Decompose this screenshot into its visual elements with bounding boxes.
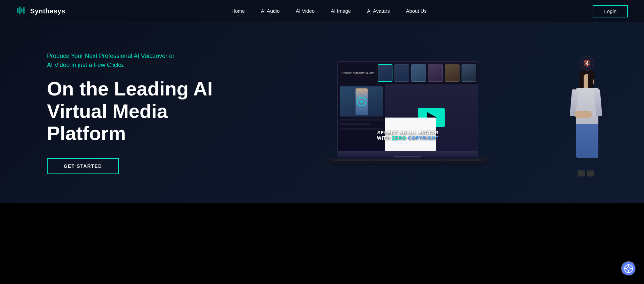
svg-rect-2 bbox=[21, 8, 22, 12]
svg-rect-3 bbox=[23, 7, 24, 14]
nav-link-ai-video[interactable]: AI Video bbox=[296, 8, 315, 14]
avatar-thumb-2 bbox=[394, 64, 409, 82]
logo-link[interactable]: Synthesys bbox=[16, 5, 65, 17]
screen-main-area bbox=[338, 84, 478, 151]
hero-title: On the Leading AI Virtual Media Platform bbox=[47, 78, 221, 145]
svg-point-5 bbox=[627, 267, 630, 270]
overlay-copyright-text: COPYRIGHT bbox=[408, 135, 439, 141]
hero-content: Produce Your Next Professional AI Voiceo… bbox=[47, 52, 221, 174]
navbar: Synthesys Home AI Audio AI Video AI Imag… bbox=[0, 0, 644, 22]
avatar-thumb-4 bbox=[428, 64, 443, 82]
svg-rect-0 bbox=[17, 8, 18, 13]
get-started-button[interactable]: GET STARTED bbox=[47, 158, 119, 174]
overlay-line2: WITH ZERO COPYRIGHT bbox=[377, 135, 439, 141]
nav-item-home[interactable]: Home bbox=[231, 8, 245, 14]
avatar-thumb-1 bbox=[378, 64, 392, 82]
hero-title-line1: On the Leading AI bbox=[47, 78, 213, 99]
keyboard-area bbox=[327, 158, 488, 165]
svg-rect-1 bbox=[19, 6, 20, 14]
nav-item-ai-audio[interactable]: AI Audio bbox=[261, 8, 280, 14]
logo-icon bbox=[16, 5, 27, 17]
avatar-person bbox=[564, 69, 608, 176]
login-button[interactable]: Login bbox=[593, 5, 628, 17]
laptop-base bbox=[337, 151, 478, 157]
video-overlay: SELECT AN A.I. AVATAR WITH ZERO COPYRIGH… bbox=[377, 130, 439, 141]
avatar-thumb-3 bbox=[411, 64, 426, 82]
screen-left-panel bbox=[338, 84, 385, 151]
overlay-zero-text: ZERO bbox=[392, 135, 406, 141]
hero-subtitle: Produce Your Next Professional AI Voiceo… bbox=[47, 52, 208, 70]
mute-button[interactable]: 🔇 bbox=[580, 56, 594, 71]
nav-links: Home AI Audio AI Video AI Image AI Avata… bbox=[231, 8, 427, 14]
nav-item-about-us[interactable]: About Us bbox=[406, 8, 427, 14]
nav-link-home[interactable]: Home bbox=[231, 8, 245, 14]
avatar-thumb-5 bbox=[445, 64, 460, 82]
help-button[interactable] bbox=[621, 261, 636, 276]
nav-link-ai-image[interactable]: AI Image bbox=[331, 8, 351, 14]
laptop-screen: Choose humanfor a vide bbox=[337, 61, 478, 151]
nav-link-ai-audio[interactable]: AI Audio bbox=[261, 8, 280, 14]
nav-item-ai-avatars[interactable]: AI Avatars bbox=[367, 8, 390, 14]
mute-icon: 🔇 bbox=[583, 60, 591, 67]
screen-right-panel bbox=[385, 84, 478, 151]
nav-link-about-us[interactable]: About Us bbox=[406, 8, 427, 14]
help-icon bbox=[624, 264, 633, 273]
hero-media: 🔇 Choose humanfor a vide bbox=[221, 49, 628, 176]
brand-name: Synthesys bbox=[30, 7, 65, 15]
avatar-thumb-6 bbox=[462, 64, 476, 82]
hero-title-line2: Virtual Media Platform bbox=[47, 100, 168, 144]
play-ring bbox=[357, 97, 366, 106]
overlay-line1: SELECT AN A.I. AVATAR bbox=[377, 130, 439, 135]
nav-item-ai-video[interactable]: AI Video bbox=[296, 8, 315, 14]
overlay-with-text: WITH bbox=[377, 135, 392, 141]
hero-section: Produce Your Next Professional AI Voiceo… bbox=[0, 22, 644, 203]
nav-item-ai-image[interactable]: AI Image bbox=[331, 8, 351, 14]
nav-link-ai-avatars[interactable]: AI Avatars bbox=[367, 8, 390, 14]
avatar-preview bbox=[340, 86, 383, 117]
bottom-section bbox=[0, 203, 644, 284]
avatar-strip: Choose humanfor a vide bbox=[338, 62, 478, 84]
